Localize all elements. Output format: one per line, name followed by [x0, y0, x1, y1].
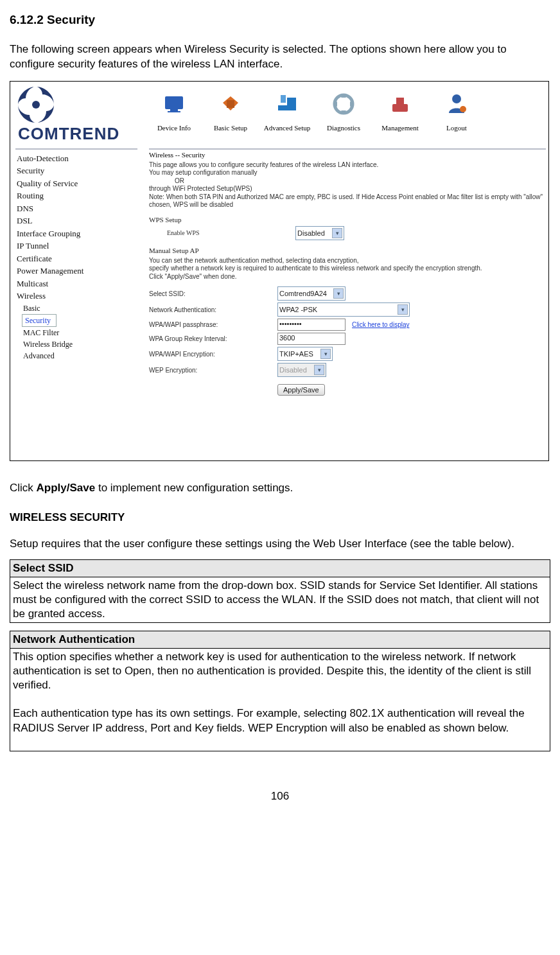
svg-rect-4 [227, 100, 234, 108]
form-label: Select SSID: [149, 290, 277, 297]
nav-icon [381, 85, 419, 123]
nav-label: Basic Setup [205, 124, 256, 132]
sidebar-item-mac-filter[interactable]: MAC Filter [15, 327, 137, 338]
wireless-security-heading: WIRELESS SECURITY [10, 511, 550, 524]
chevron-down-icon: ▾ [320, 349, 331, 359]
topnav-logout[interactable]: Logout [431, 85, 482, 144]
brand-name: COMTREND [18, 124, 119, 144]
nav-label: Management [374, 124, 426, 132]
svg-rect-3 [168, 111, 180, 112]
svg-rect-2 [170, 109, 178, 111]
sidebar-item-routing[interactable]: Routing [15, 189, 137, 202]
nav-icon [155, 85, 193, 123]
svg-point-0 [32, 101, 40, 109]
topnav-advanced-setup[interactable]: Advanced Setup [261, 85, 313, 144]
wps-row: Enable WPS Disabled▾ [149, 226, 546, 240]
form-row: Select SSID:Comtrend9A24▾ [149, 286, 546, 301]
topnav-management[interactable]: Management [374, 85, 426, 144]
nav-label: Advanced Setup [261, 124, 313, 132]
sidebar-item-ip-tunnel[interactable]: IP Tunnel [15, 240, 137, 252]
select-ssid-table: Select SSID Select the wireless network … [10, 559, 550, 623]
sidebar-item-dsl[interactable]: DSL [15, 215, 137, 227]
svg-rect-7 [396, 98, 404, 105]
sidebar-item-wireless-bridge[interactable]: Wireless Bridge [15, 338, 137, 350]
form-label: WPA Group Rekey Interval: [149, 335, 277, 342]
form-row: WPA/WAPI Encryption:TKIP+AES▾ [149, 347, 546, 361]
dropdown[interactable]: WPA2 -PSK▾ [277, 302, 410, 317]
password-input[interactable]: ••••••••• [277, 319, 346, 331]
form-row: WEP Encryption:Disabled▾ [149, 363, 546, 377]
svg-point-5 [335, 95, 353, 113]
brand-logo: COMTREND [10, 82, 148, 144]
topnav-diagnostics[interactable]: Diagnostics [318, 85, 369, 144]
sidebar-item-advanced[interactable]: Advanced [15, 350, 137, 362]
svg-point-8 [452, 94, 461, 103]
setup-text: Setup requires that the user configure t… [10, 537, 550, 552]
sidebar-item-certificate[interactable]: Certificate [15, 252, 137, 265]
form-label: WPA/WAPI Encryption: [149, 351, 277, 358]
sidebar-item-security[interactable]: Security [22, 314, 57, 327]
text-input[interactable]: 3600 [277, 333, 346, 345]
chevron-down-icon: ▾ [314, 365, 324, 375]
form-row: WPA/WAPI passphrase:•••••••••Click here … [149, 319, 546, 331]
form-label: WEP Encryption: [149, 367, 277, 374]
sidebar-item-power-management[interactable]: Power Management [15, 265, 137, 277]
main-panel: Wireless -- Security This page allows yo… [149, 148, 546, 396]
nav-label: Logout [431, 124, 482, 132]
nav-icon [438, 85, 475, 123]
table-body: This option specifies whether a network … [10, 649, 550, 751]
wps-heading: WPS Setup [149, 216, 546, 223]
panel-title: Wireless -- Security [149, 151, 546, 159]
apply-save-button[interactable]: Apply/Save [277, 384, 325, 396]
sidebar-item-quality-of-service[interactable]: Quality of Service [15, 177, 137, 190]
svg-point-9 [460, 106, 466, 112]
intro-text: The following screen appears when Wirele… [10, 42, 550, 72]
network-auth-table: Network Authentication This option speci… [10, 631, 550, 751]
chevron-down-icon: ▾ [332, 228, 342, 238]
sidebar: Auto-DetectionSecurityQuality of Service… [15, 148, 137, 362]
top-nav: Device InfoBasic SetupAdvanced SetupDiag… [148, 82, 548, 144]
sidebar-item-multicast[interactable]: Multicast [15, 277, 137, 290]
table-body: Select the wireless network name from th… [10, 577, 550, 622]
manual-heading: Manual Setup AP [149, 247, 546, 254]
sidebar-item-basic[interactable]: Basic [15, 302, 137, 314]
dropdown[interactable]: Comtrend9A24▾ [277, 286, 346, 301]
sidebar-item-wireless[interactable]: Wireless [15, 290, 137, 302]
nav-label: Diagnostics [318, 124, 369, 132]
table-header: Network Authentication [10, 631, 550, 648]
chevron-down-icon: ▾ [333, 288, 344, 299]
sidebar-item-security[interactable]: Security [15, 164, 137, 177]
form-row: Network Authentication:WPA2 -PSK▾ [149, 302, 546, 317]
wps-label: Enable WPS [149, 229, 295, 236]
screenshot: COMTREND Device InfoBasic SetupAdvanced … [10, 81, 549, 461]
nav-icon [212, 85, 249, 123]
topnav-basic-setup[interactable]: Basic Setup [205, 85, 256, 144]
chevron-down-icon: ▾ [398, 304, 408, 315]
manual-desc: You can set the network authentication m… [149, 257, 546, 281]
sidebar-item-dns[interactable]: DNS [15, 202, 137, 215]
sidebar-item-auto-detection[interactable]: Auto-Detection [15, 152, 137, 165]
sidebar-item-interface-grouping[interactable]: Interface Grouping [15, 227, 137, 240]
section-heading: 6.12.2 Security [10, 13, 550, 27]
logo-swirl-icon [17, 85, 55, 124]
form-row: WPA Group Rekey Interval:3600 [149, 333, 546, 345]
dropdown[interactable]: TKIP+AES▾ [277, 347, 333, 361]
panel-desc: This page allows you to configure securi… [149, 161, 546, 209]
nav-icon [268, 85, 306, 123]
svg-rect-1 [165, 96, 183, 109]
form-label: Network Authentication: [149, 306, 277, 313]
wps-select[interactable]: Disabled▾ [295, 226, 344, 240]
form-label: WPA/WAPI passphrase: [149, 321, 277, 328]
page-number: 106 [10, 790, 550, 803]
nav-label: Device Info [148, 124, 200, 132]
dropdown: Disabled▾ [277, 363, 326, 377]
post-screenshot-text: Click Apply/Save to implement new config… [10, 480, 550, 496]
nav-icon [325, 85, 362, 123]
topnav-device-info[interactable]: Device Info [148, 85, 200, 144]
display-passphrase-link[interactable]: Click here to display [352, 321, 409, 328]
table-header: Select SSID [10, 559, 550, 577]
